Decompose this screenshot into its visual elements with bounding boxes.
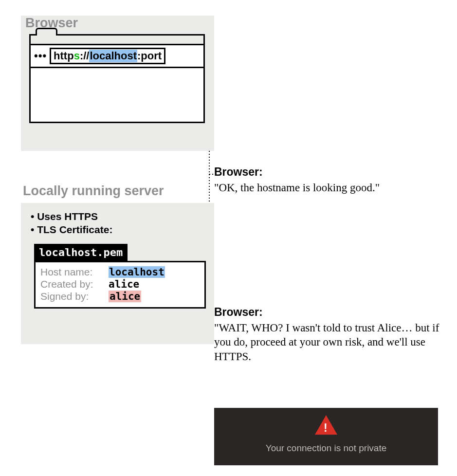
browser-viewport [31,68,203,122]
cert-val-hostname: localhost [109,266,165,278]
url-scheme-s: s [74,50,80,62]
toolbar-more-icon[interactable]: ••• [34,50,47,62]
cert-key: Signed by: [40,291,109,302]
annotation-speaker: Browser: [214,306,448,319]
server-bullet: • TLS Certificate: [31,224,204,236]
browser-window: ••• https://localhost:port [29,34,205,123]
url-port: port [141,50,162,62]
annotation-text: "WAIT, WHO? I wasn't told to trust Alice… [214,321,448,364]
annotation-hostname-ok: Browser: "OK, the hostname is looking go… [214,165,448,195]
cert-val-createdby: alice [109,278,139,290]
url-scheme: http [54,50,74,62]
cert-details: Host name: localhost Created by: alice S… [34,261,206,309]
cert-row-signedby: Signed by: alice [40,291,200,302]
address-bar[interactable]: https://localhost:port [50,48,165,64]
cert-key: Created by: [40,278,109,290]
server-panel: • Uses HTTPS • TLS Certificate: localhos… [21,203,214,344]
browser-tabstrip [31,36,203,45]
server-panel-title: Locally running server [23,183,164,199]
url-port-sep: : [137,50,141,62]
browser-error-interstitial: Your connection is not private [214,408,438,465]
annotation-signer-warning: Browser: "WAIT, WHO? I wasn't told to tr… [214,306,448,364]
browser-tab[interactable] [36,28,57,36]
cert-val-signedby: alice [109,291,141,302]
error-message: Your connection is not private [266,443,387,454]
browser-toolbar: ••• https://localhost:port [31,45,203,68]
cert-row-hostname: Host name: localhost [40,266,200,278]
warning-triangle-icon [315,415,337,435]
url-host: localhost [89,50,137,62]
cert-key: Host name: [40,266,109,278]
annotation-speaker: Browser: [214,165,448,179]
annotation-text: "OK, the hostname is looking good." [214,181,448,195]
server-bullet: • Uses HTTPS [31,211,204,222]
url-sep: :// [80,50,90,62]
cert-row-createdby: Created by: alice [40,278,200,290]
cert-filename: localhost.pem [34,244,128,261]
